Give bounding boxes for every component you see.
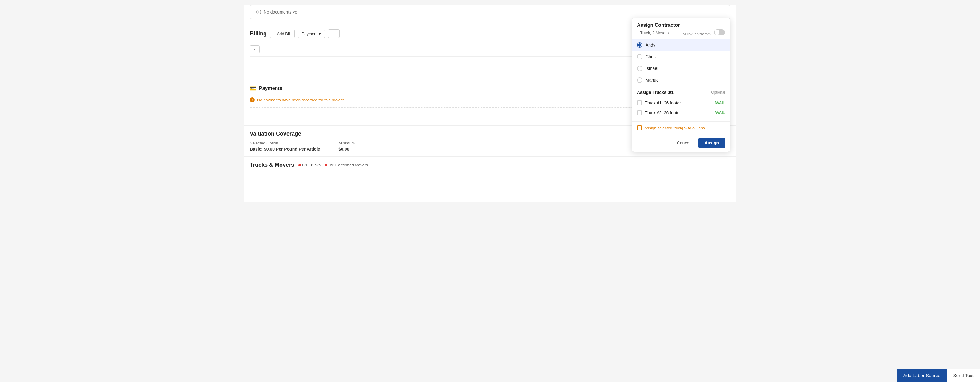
truck-1-name: Truck #1, 26 footer [645,100,681,105]
assign-trucks-title: Assign Trucks 0/1 [637,90,673,95]
truck-1-checkbox[interactable] [637,100,642,105]
truck-2-checkbox[interactable] [637,110,642,115]
radio-andy [637,42,643,48]
movers-status-badge: 0/2 Confirmed Movers [325,163,368,167]
add-bill-button[interactable]: + Add Bill [270,30,295,38]
assign-all-jobs-checkbox[interactable] [637,126,642,130]
selected-option-value: Basic: $0.60 Per Pound Per Article [250,146,320,151]
billing-item-dots-button[interactable]: ⋮ [250,45,259,53]
contractor-name-manuel: Manuel [646,78,660,83]
contractor-name-andy: Andy [646,43,655,48]
selected-option-label: Selected Option [250,141,320,145]
assign-trucks-header: Assign Trucks 0/1 Optional [637,90,725,95]
contractor-name-ismael: Ismael [646,66,658,71]
contractor-option-manuel[interactable]: Manuel [632,74,730,86]
popup-footer: Cancel Assign [632,134,730,151]
payment-button[interactable]: Payment ▾ [298,30,325,38]
trucks-status-text: 0/1 Trucks [302,163,321,167]
optional-label: Optional [711,90,725,95]
assign-contractor-popup: Assign Contractor 1 Truck, 2 Movers Mult… [632,18,730,152]
credit-card-icon: 💳 [250,85,256,92]
trucks-red-dot [298,164,301,166]
popup-title: Assign Contractor [637,22,725,28]
cancel-button[interactable]: Cancel [672,138,695,148]
truck-2-avail: AVAIL [714,111,725,115]
billing-title: Billing [250,30,267,37]
truck-2-name: Truck #2, 26 footer [645,110,681,115]
movers-red-dot [325,164,328,166]
page-container: i No documents yet. Billing + Add Bill P… [243,5,737,202]
assign-all-jobs-checkbox-label[interactable]: Assign selected truck(s) to all jobs [637,126,725,130]
contractor-name-chris: Chris [646,54,656,59]
multi-contractor-label: Multi-Contractor? [683,29,725,37]
popup-header: Assign Contractor 1 Truck, 2 Movers Mult… [632,18,730,39]
contractor-option-ismael[interactable]: Ismael [632,62,730,74]
billing-more-button[interactable]: ⋮ [328,29,340,38]
alert-icon: ! [250,97,255,102]
multi-contractor-toggle[interactable] [714,29,725,35]
truck-option-1: Truck #1, 26 footer AVAIL [637,98,725,108]
info-icon: i [256,10,261,14]
contractor-option-andy[interactable]: Andy [632,39,730,51]
movers-status-text: 0/2 Confirmed Movers [329,163,368,167]
assign-trucks-section: Assign Trucks 0/1 Optional Truck #1, 26 … [632,86,730,121]
trucks-section: Trucks & Movers 0/1 Trucks 0/2 Confirmed… [243,156,737,173]
chevron-down-icon: ▾ [319,32,321,36]
valuation-title: Valuation Coverage [250,131,355,137]
trucks-status-badge: 0/1 Trucks [298,163,321,167]
trucks-title: Trucks & Movers [250,162,294,168]
radio-chris [637,54,643,59]
minimum-value: $0.00 [339,146,355,151]
assign-all-jobs-row: Assign selected truck(s) to all jobs [632,121,730,134]
payments-title: Payments [259,86,282,91]
contractor-option-chris[interactable]: Chris [632,51,730,62]
assign-all-label: Assign selected truck(s) to all jobs [644,126,705,130]
no-documents-text: No documents yet. [264,10,300,14]
minimum-label: Minimum [339,141,355,145]
radio-ismael [637,65,643,71]
contractor-options-list: Andy Chris Ismael Manuel [632,39,730,86]
truck-1-avail: AVAIL [714,101,725,105]
popup-subtitle: 1 Truck, 2 Movers [637,30,669,35]
no-payments-text: No payments have been recorded for this … [257,98,344,102]
truck-option-2: Truck #2, 26 footer AVAIL [637,108,725,118]
radio-manuel [637,77,643,83]
no-documents-bar: i No documents yet. [250,5,730,19]
assign-button[interactable]: Assign [698,138,725,148]
valuation-row: Selected Option Basic: $0.60 Per Pound P… [250,141,355,151]
trucks-header: Trucks & Movers 0/1 Trucks 0/2 Confirmed… [250,162,730,168]
